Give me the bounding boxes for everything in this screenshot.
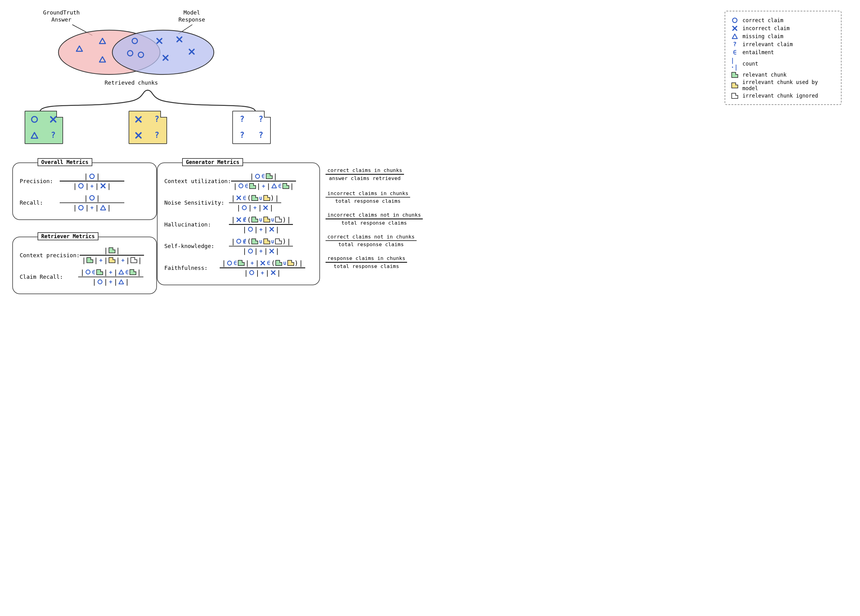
legend-text: entailment [742,49,774,55]
metric-label: Hallucination: [164,221,229,228]
formula: |∈|+|∈| ||+|| [78,268,143,287]
legend-text: count [742,61,758,67]
explanations-column: correct claims in chunksanswer claims re… [320,154,443,294]
box-title: Retriever Metrics [38,232,99,240]
explain-text: answer claims retrieved [327,175,402,182]
entail-icon: ∈ [731,49,739,56]
cross-icon [731,25,739,32]
formula: || ||+||+|| [80,246,144,265]
chunk-white-icon [731,93,739,99]
metric-label: Claim Recall: [20,274,78,280]
formula: |∈|+|∈(∪)| ||+|| [220,259,305,277]
metric-label: Precision: [20,178,60,184]
triangle-icon [731,33,739,40]
generator-metrics-box: Generator Metrics Context utilization: |… [157,163,320,285]
explain-text: incorrect claims in chunks [326,190,410,197]
formula: || ||+|| [60,194,124,212]
metric-label: Context precision: [20,252,80,259]
legend-text: irrelevant claim [742,41,793,47]
count-icon: |·| [731,57,739,71]
explain-text: correct claims not in chunks [326,233,417,240]
gt-label: GroundTruthAnswer [43,9,80,23]
chunk-irrelevant-used [129,111,167,144]
box-title: Generator Metrics [182,158,243,166]
explain-text: total response claims [333,197,402,205]
retrieved-chunks-label: Retrieved chunks [105,79,158,86]
explain-text: incorrect claims not in chunks [326,212,423,218]
legend-text: irrelevant chunk ignored [742,92,818,99]
metric-label: Faithfulness: [164,265,220,271]
chunk-yellow-icon [731,83,739,88]
legend-text: correct claim [742,17,783,24]
legend-text: incorrect claim [742,25,790,31]
explain-text: total response claims [336,241,405,248]
box-title: Overall Metrics [38,158,92,166]
metric-label: Self-knowledge: [164,243,229,249]
explain-text: total response claims [332,263,401,270]
legend-text: relevant chunk [742,72,786,78]
circle-icon [731,17,739,24]
formula: |∉(∪∪)| ||+|| [229,237,293,256]
legend-text: irrelevant chunk used by model [742,79,835,91]
metric-label: Context utilization: [164,178,231,184]
metric-label: Noise Sensitivity: [164,199,229,206]
model-label: ModelResponse [179,9,205,23]
chunk-relevant [25,111,63,144]
retriever-metrics-box: Retriever Metrics Context precision: || … [12,237,157,294]
explain-text: total response claims [340,219,409,226]
top-diagram: GroundTruthAnswer ModelResponse Retrieve… [12,9,848,151]
curly-brace [28,88,268,114]
metric-label: Recall: [20,199,60,206]
chunks-row [25,111,271,144]
explain-text: response claims in chunks [326,255,407,262]
legend-text: missing claim [742,33,783,39]
question-icon [731,41,739,48]
chunk-irrelevant-ignored [232,111,271,144]
legend-box: correct claim incorrect claim missing cl… [725,11,841,105]
venn-diagram [40,23,231,82]
chunk-green-icon [731,72,739,78]
explain-text: correct claims in chunks [326,167,404,174]
formula: |∈(∪)| ||+|| [229,194,281,212]
formula: |∉(∪∪)| ||+|| [229,215,293,234]
overall-metrics-box: Overall Metrics Precision: || ||+|| Reca… [12,163,157,220]
formula: |∈| |∈|+|∈| [231,172,296,190]
formula: || ||+|| [60,172,124,190]
